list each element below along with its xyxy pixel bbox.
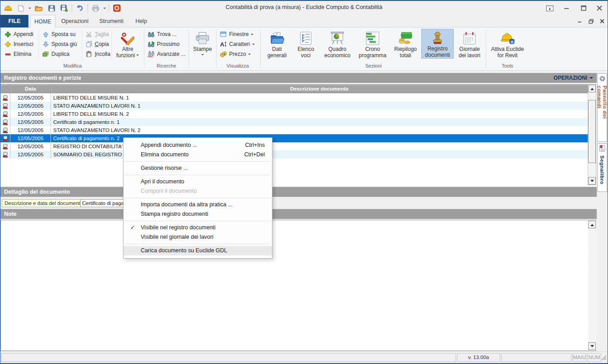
status-num-indicator: NUM: [587, 353, 601, 362]
quadro-economico-button[interactable]: Quadro economico: [321, 29, 354, 59]
trova-button[interactable]: Trova ...: [147, 30, 177, 39]
mdi-restore-button[interactable]: [586, 18, 595, 24]
context-menu-item[interactable]: ✓ Importa documenti da altra pratica ...: [124, 200, 272, 209]
sposta-giu-button[interactable]: Sposta giù: [42, 40, 77, 49]
pannello-comandi-tab[interactable]: Pannello dei comandi: [597, 73, 607, 142]
mdi-close-button[interactable]: [598, 18, 607, 24]
context-menu-item[interactable]: ✓ Componi il documento: [124, 187, 272, 196]
tab-help[interactable]: Help: [131, 15, 151, 27]
caratteri-button[interactable]: A Caratteri: [220, 40, 255, 49]
sposta-su-button[interactable]: Sposta su: [42, 30, 75, 39]
registro-documenti-button[interactable]: Registro documenti: [421, 29, 454, 59]
status-maiu-indicator: MAIU: [572, 353, 586, 362]
row-description: STATO AVANZAMENTO LAVORI N. 2: [51, 126, 588, 134]
copia-label: Copia: [95, 41, 109, 47]
attiva-euclide-label-1: Attiva Euclide: [491, 46, 524, 52]
altre-funzioni-button[interactable]: Altre funzioni: [113, 29, 142, 59]
tab-file[interactable]: FILE: [0, 15, 28, 27]
tab-home[interactable]: HOME: [30, 15, 55, 27]
column-separator: [111, 30, 112, 60]
dropdown-caret: [201, 54, 204, 57]
scroll-down-button[interactable]: [588, 177, 596, 185]
duplica-button[interactable]: Duplica: [42, 50, 69, 59]
stampe-button[interactable]: Stampe: [190, 29, 215, 59]
descrizione-column-header[interactable]: Descrizione documento: [51, 85, 588, 94]
minimize-button[interactable]: [560, 4, 573, 12]
appendi-button[interactable]: Appendi: [4, 30, 33, 39]
note-scroll-up-button[interactable]: [588, 221, 596, 228]
context-menu-item[interactable]: ✓ Elimina documento Ctrl+Del: [124, 150, 272, 159]
tab-strumenti[interactable]: Strumenti: [94, 15, 129, 27]
quadro-economico-label-2: economico: [324, 52, 350, 59]
icon-column-header[interactable]: [0, 85, 10, 94]
riepilogo-totali-button[interactable]: Riepilogo totali: [391, 29, 420, 59]
easel-pie-chart-icon: [331, 31, 344, 46]
note-scroll-down-button[interactable]: [588, 342, 596, 350]
giornale-lavori-button[interactable]: Giornale dei lavori: [455, 29, 484, 59]
prossimo-button[interactable]: Prossimo: [147, 40, 180, 49]
descrizione-field-input[interactable]: [80, 199, 125, 207]
crono-programma-button[interactable]: Crono programma: [356, 29, 389, 59]
group-separator: [260, 30, 261, 68]
menu-separator: [124, 196, 272, 200]
taglia-button[interactable]: Taglia: [85, 30, 109, 39]
menu-item-label: Carica documento su Euclide GDL: [141, 247, 227, 254]
scroll-up-button[interactable]: [588, 85, 596, 92]
dettaglio-panel-header: Dettaglio del documento: [0, 187, 598, 197]
elenco-voci-button[interactable]: Elenco voci: [293, 29, 319, 59]
plus-yellow-icon: [4, 41, 11, 48]
table-row[interactable]: 12/05/2005 STATO AVANZAMENTO LAVORI N. 1: [0, 102, 588, 110]
pannello-comandi-label: Pannello dei comandi: [597, 86, 608, 141]
table-row[interactable]: 12/05/2005 Certificato di pagamento n. 2: [0, 134, 588, 142]
context-menu-item[interactable]: ✓ Appendi documento ... Ctrl+Ins: [124, 141, 272, 150]
elimina-button[interactable]: Elimina: [4, 50, 31, 59]
context-menu-item[interactable]: ✓ Visibile nel giornale dei lavori: [124, 232, 272, 242]
operazioni-menu-button[interactable]: OPERAZIONI: [553, 73, 593, 83]
close-button[interactable]: [593, 4, 606, 12]
stampe-label: Stampe: [193, 46, 212, 52]
menu-item-label: Visibile nel registro documenti: [141, 224, 216, 231]
table-row[interactable]: 12/05/2005 LIBRETTO DELLE MISURE N. 2: [0, 110, 588, 118]
caratteri-label: Caratteri: [229, 41, 250, 47]
segnalibro-tab[interactable]: Segnalibro: [597, 143, 607, 192]
finestre-button[interactable]: Finestre: [220, 30, 253, 39]
table-scrollbar[interactable]: [588, 84, 596, 185]
table-row[interactable]: 12/05/2005 STATO AVANZAMENTO LAVORI N. 2: [0, 126, 588, 134]
dati-generali-button[interactable]: Dati generali: [263, 29, 291, 59]
attiva-euclide-revit-button[interactable]: R Attiva Euclide for Revit: [488, 29, 526, 59]
table-row[interactable]: 12/05/2005 LIBRETTO DELLE MISURE N. 1: [0, 94, 588, 102]
document-stamp-icon: [0, 134, 10, 142]
calendar-icon: [463, 31, 476, 46]
prezzo-button[interactable]: $ Prezzo: [220, 50, 251, 59]
resize-grip[interactable]: [601, 354, 607, 362]
table-row[interactable]: 12/05/2005 SOMMARIO DEL REGISTRO DI CON: [0, 150, 588, 159]
table-row[interactable]: 12/05/2005 Certificato di pagamento n. 1: [0, 118, 588, 126]
context-menu-item[interactable]: ✓ Apri il documento: [124, 177, 272, 187]
context-menu-item[interactable]: ✓ Gestione risorse ...: [124, 164, 272, 173]
copia-button[interactable]: Copia: [85, 40, 109, 49]
altre-funzioni-label-2: funzioni: [116, 52, 139, 59]
inserisci-button[interactable]: Inserisci: [4, 40, 33, 49]
riepilogo-totali-label-1: Riepilogo: [394, 46, 417, 52]
context-menu-item[interactable]: ✓ Carica documento su Euclide GDL: [124, 246, 272, 255]
scrollbar-thumb[interactable]: [588, 100, 596, 163]
data-column-header[interactable]: Data: [10, 85, 51, 94]
menu-item-label: Componi il documento: [141, 188, 197, 194]
incolla-button[interactable]: Incolla: [85, 50, 111, 59]
note-text-area[interactable]: [0, 220, 598, 351]
prezzo-label: Prezzo: [229, 51, 246, 57]
window-title: Contabilità di prova (a misura) - Euclid…: [0, 4, 608, 10]
menu-item-label: Appendi documento ...: [141, 142, 197, 148]
ribbon-collapse-button[interactable]: [543, 4, 557, 12]
note-scrollbar[interactable]: [588, 221, 597, 350]
tab-operazioni[interactable]: Operazioni: [58, 15, 92, 27]
context-menu-item[interactable]: ✓ Stampa registro documenti: [124, 209, 272, 219]
status-segment-main: [1, 353, 456, 362]
maximize-button[interactable]: [577, 4, 590, 12]
column-separator: [38, 30, 39, 60]
avanzate-button[interactable]: ABC Avanzate ...: [147, 50, 185, 59]
table-row[interactable]: 12/05/2005 REGISTRO DI CONTABILITA': [0, 142, 588, 150]
context-menu-item[interactable]: ✓ Visibile nel registro documenti: [124, 223, 272, 232]
registro-panel-title: Registro documenti e perizie: [4, 75, 81, 81]
mdi-minimize-button[interactable]: [575, 18, 584, 24]
